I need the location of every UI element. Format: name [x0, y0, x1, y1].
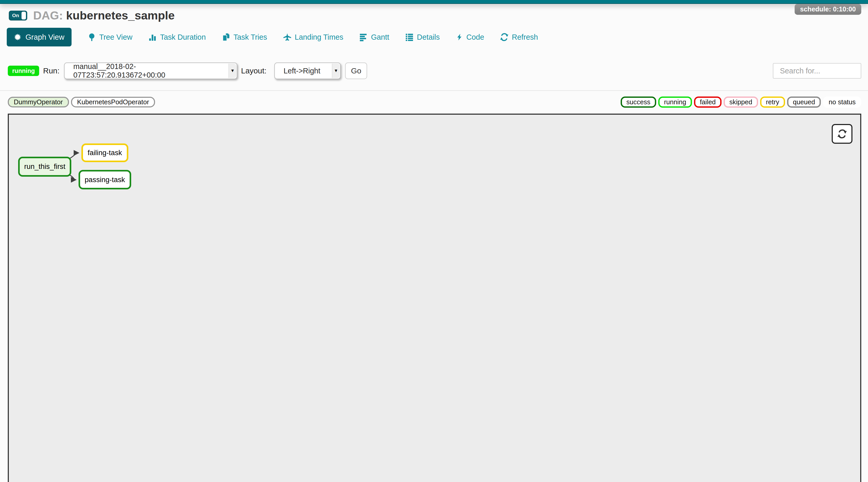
view-tabs: Graph View Tree View Task Duration Task …	[7, 28, 538, 47]
certificate-icon	[14, 33, 22, 41]
go-button[interactable]: Go	[345, 62, 367, 79]
tab-graph-view[interactable]: Graph View	[7, 28, 71, 46]
tab-refresh[interactable]: Refresh	[500, 28, 538, 46]
tab-label: Task Duration	[160, 33, 206, 41]
dag-name: kubernetes_sample	[66, 9, 175, 22]
edge-run-to-passing	[70, 175, 76, 180]
list-icon	[405, 33, 413, 41]
tab-landing-times[interactable]: Landing Times	[283, 28, 343, 46]
airflow-graph-view-page: schedule: 0:10:00 On DAG: kubernetes_sam…	[0, 0, 868, 482]
tab-gantt[interactable]: Gantt	[359, 28, 389, 46]
page-title: DAG: kubernetes_sample	[33, 9, 175, 22]
plane-icon	[283, 33, 291, 41]
toggle-knob	[22, 12, 26, 20]
run-status-badge: running	[8, 66, 39, 76]
layout-label: Layout:	[241, 66, 267, 75]
schedule-badge: schedule: 0:10:00	[795, 4, 862, 15]
bar-chart-icon	[149, 33, 157, 41]
refresh-icon	[500, 33, 508, 41]
legend-bar: DummyOperator KubernetesPodOperator succ…	[8, 96, 861, 108]
chevron-down-icon: ▼	[228, 64, 236, 78]
layout-select[interactable]: Left->Right ▼	[274, 62, 341, 79]
task-node-failing-task[interactable]: failing-task	[82, 144, 128, 162]
state-badge-queued: queued	[787, 96, 821, 108]
task-node-run-this-first[interactable]: run_this_first	[18, 157, 71, 177]
graph-refresh-button[interactable]	[832, 124, 853, 144]
tab-label: Details	[417, 33, 440, 41]
toggle-on-label: On	[12, 13, 19, 19]
graph-canvas[interactable]: run_this_first failing-task passing-task	[8, 114, 861, 482]
run-label: Run:	[43, 66, 59, 75]
tab-label: Gantt	[371, 33, 389, 41]
tab-label: Tree View	[99, 33, 132, 41]
state-badge-success: success	[621, 96, 656, 108]
refresh-icon	[837, 129, 847, 139]
tab-details[interactable]: Details	[405, 28, 440, 46]
search-input[interactable]	[773, 63, 862, 79]
tab-label: Task Tries	[233, 33, 267, 41]
bolt-icon	[456, 33, 463, 41]
edge-run-to-failing	[70, 153, 79, 158]
tab-label: Landing Times	[295, 33, 343, 41]
dag-prefix-label: DAG:	[33, 9, 63, 22]
tab-task-duration[interactable]: Task Duration	[149, 28, 206, 46]
tab-label: Graph View	[25, 33, 64, 41]
state-badge-running: running	[658, 96, 692, 108]
tab-label: Refresh	[512, 33, 538, 41]
run-select[interactable]: manual__2018-02-07T23:57:20.913672+00:00…	[64, 62, 237, 79]
operator-badge-kubernetespod: KubernetesPodOperator	[71, 97, 155, 108]
run-controls-bar: running Run: manual__2018-02-07T23:57:20…	[8, 62, 861, 79]
chevron-down-icon: ▼	[332, 64, 340, 78]
tree-icon	[88, 33, 96, 41]
top-navbar-strip	[0, 0, 868, 4]
state-badge-failed: failed	[694, 96, 721, 108]
run-select-value: manual__2018-02-07T23:57:20.913672+00:00	[73, 62, 224, 80]
layout-select-value: Left->Right	[284, 67, 320, 75]
align-left-icon	[359, 33, 368, 41]
documents-icon	[222, 33, 230, 41]
operator-badge-dummy: DummyOperator	[8, 97, 69, 108]
tab-code[interactable]: Code	[456, 28, 484, 46]
divider	[0, 90, 868, 91]
dag-on-off-toggle[interactable]: On	[9, 11, 27, 21]
state-badge-no-status: no status	[823, 96, 861, 108]
dag-header: On DAG: kubernetes_sample	[9, 9, 175, 22]
tab-tree-view[interactable]: Tree View	[88, 28, 132, 47]
task-node-passing-task[interactable]: passing-task	[79, 170, 131, 189]
tab-label: Code	[466, 33, 484, 41]
state-badge-skipped: skipped	[723, 96, 758, 108]
state-badge-retry: retry	[760, 96, 785, 108]
tab-task-tries[interactable]: Task Tries	[222, 28, 267, 47]
